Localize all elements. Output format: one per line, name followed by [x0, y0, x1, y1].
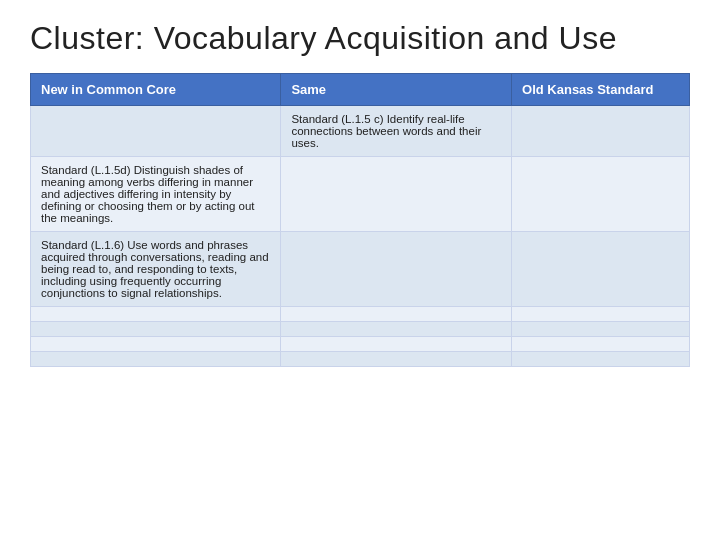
table-row — [31, 337, 690, 352]
cell-old_kansas — [512, 337, 690, 352]
cell-same — [281, 352, 512, 367]
cell-same — [281, 337, 512, 352]
cell-same — [281, 232, 512, 307]
table-row — [31, 307, 690, 322]
cell-old_kansas — [512, 157, 690, 232]
header-old-kansas: Old Kansas Standard — [512, 74, 690, 106]
table-header-row: New in Common Core Same Old Kansas Stand… — [31, 74, 690, 106]
page-container: Cluster: Vocabulary Acquisition and Use … — [0, 0, 720, 387]
cell-new_in_cc: Standard (L.1.6) Use words and phrases a… — [31, 232, 281, 307]
cell-old_kansas — [512, 232, 690, 307]
cell-old_kansas — [512, 322, 690, 337]
table-row: Standard (L.1.5 c) Identify real-life co… — [31, 106, 690, 157]
cell-old_kansas — [512, 352, 690, 367]
cell-same — [281, 307, 512, 322]
table-row: Standard (L.1.6) Use words and phrases a… — [31, 232, 690, 307]
cell-new_in_cc — [31, 337, 281, 352]
cell-same: Standard (L.1.5 c) Identify real-life co… — [281, 106, 512, 157]
comparison-table: New in Common Core Same Old Kansas Stand… — [30, 73, 690, 367]
cell-new_in_cc — [31, 106, 281, 157]
page-title: Cluster: Vocabulary Acquisition and Use — [30, 20, 690, 57]
header-same: Same — [281, 74, 512, 106]
header-new-in-cc: New in Common Core — [31, 74, 281, 106]
cell-new_in_cc: Standard (L.1.5d) Distinguish shades of … — [31, 157, 281, 232]
table-row — [31, 352, 690, 367]
table-row — [31, 322, 690, 337]
cell-new_in_cc — [31, 322, 281, 337]
cell-same — [281, 322, 512, 337]
cell-old_kansas — [512, 106, 690, 157]
cell-same — [281, 157, 512, 232]
cell-new_in_cc — [31, 352, 281, 367]
cell-old_kansas — [512, 307, 690, 322]
cell-new_in_cc — [31, 307, 281, 322]
table-row: Standard (L.1.5d) Distinguish shades of … — [31, 157, 690, 232]
